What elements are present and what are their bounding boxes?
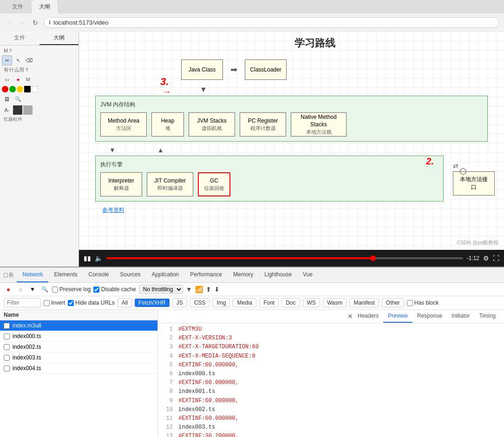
forward-button[interactable]: → xyxy=(18,18,27,27)
color-black[interactable] xyxy=(24,86,31,92)
back-button[interactable]: ← xyxy=(5,18,14,27)
network-row-4[interactable]: index004.ts xyxy=(0,363,157,374)
preserve-log-checkbox[interactable] xyxy=(52,287,58,293)
tab-elements[interactable]: Elements xyxy=(48,267,83,282)
download-icon[interactable]: ⬇ xyxy=(214,286,220,293)
network-row-3[interactable]: index003.ts xyxy=(0,352,157,363)
disable-cache-label[interactable]: Disable cache xyxy=(93,286,136,293)
exec-engine-left: 执行引擎 Interpreter 解释器 JIT Compiler 即时编译器 xyxy=(100,161,439,196)
has-block-label[interactable]: Has block xyxy=(407,300,439,306)
filter-icon-btn[interactable]: ▼ xyxy=(28,285,37,294)
sidebar-tab-file[interactable]: 文件 xyxy=(0,32,39,45)
color-green[interactable] xyxy=(9,86,16,92)
pc-register-box: PC Register 程序计数器 xyxy=(240,112,286,137)
fullscreen-icon[interactable]: ⛶ xyxy=(493,254,499,262)
filter-fetch-xhr[interactable]: Fetch/XHR xyxy=(135,299,170,307)
filter-img[interactable]: Img xyxy=(212,298,230,307)
diagram-wrapper: 学习路线 3. → Java Class ➡ ClassLoader xyxy=(79,32,504,223)
tab-vue[interactable]: Vue xyxy=(297,267,318,282)
font-size-down[interactable]: A- xyxy=(2,105,12,115)
filter-font[interactable]: Font xyxy=(259,298,279,307)
wifi-icon[interactable]: 📶 xyxy=(195,286,203,293)
preview-close-btn[interactable]: ✕ xyxy=(347,313,353,320)
devtools-tabs: □ ⎘ Network Elements Console Sources App… xyxy=(0,267,504,283)
hide-data-urls-label[interactable]: Hide data URLs xyxy=(68,300,115,306)
tab-lighthouse[interactable]: Lighthouse xyxy=(259,267,297,282)
tab-active[interactable]: 大纲 xyxy=(32,0,58,13)
preview-tab-preview[interactable]: Preview xyxy=(383,310,412,323)
network-row-1[interactable]: index000.ts xyxy=(0,331,157,342)
volume-button[interactable]: 🔈 xyxy=(95,254,103,262)
preview-tab-initiator[interactable]: Initiator xyxy=(447,310,474,323)
tool-label-m: M？ xyxy=(4,47,13,54)
filter-media[interactable]: Media xyxy=(233,298,256,307)
cursor-icon[interactable]: ↖ xyxy=(13,55,23,65)
stop-button[interactable]: ○ xyxy=(16,285,25,294)
preview-tab-response[interactable]: Response xyxy=(412,310,447,323)
preview-line: 8index001.ts xyxy=(164,387,498,396)
tab-sources[interactable]: Sources xyxy=(115,267,146,282)
eraser-icon[interactable]: ⌫ xyxy=(24,55,34,65)
search-button[interactable]: 🔍 xyxy=(40,285,49,294)
ref-link[interactable]: 参考资料 xyxy=(102,206,124,214)
settings-icon[interactable]: ⚙ xyxy=(483,254,489,262)
filter-doc[interactable]: Doc xyxy=(281,298,300,307)
filter-css[interactable]: CSS xyxy=(190,298,210,307)
sidebar-tab-outline[interactable]: 大纲 xyxy=(39,32,79,45)
filter-wasm[interactable]: Wasm xyxy=(323,298,347,307)
devtools-icon-inspect[interactable]: □ xyxy=(4,271,7,279)
filter-input[interactable] xyxy=(4,298,41,307)
tab-application[interactable]: Application xyxy=(146,267,185,282)
progress-bar[interactable] xyxy=(106,257,463,259)
row-checkbox-2[interactable] xyxy=(4,344,10,350)
throttling-select[interactable]: No throttling xyxy=(139,285,183,294)
throttle-dropdown-icon[interactable]: ▼ xyxy=(186,286,192,293)
color-box-gray[interactable] xyxy=(23,105,33,115)
row-checkbox-4[interactable] xyxy=(4,365,10,372)
tool-delete[interactable]: 🖼 xyxy=(2,94,12,104)
color-red[interactable] xyxy=(2,86,8,92)
tool-img[interactable]: 🔍 xyxy=(13,94,23,104)
upload-icon[interactable]: ⬆ xyxy=(206,286,211,293)
devtools-icon-device[interactable]: ⎘ xyxy=(9,271,13,279)
row-checkbox-0[interactable] xyxy=(4,323,10,329)
pencil-icon[interactable]: ✏ xyxy=(2,55,12,65)
circle-icon[interactable]: ● xyxy=(13,74,23,85)
has-block-checkbox[interactable] xyxy=(407,300,413,306)
filter-manifest[interactable]: Manifest xyxy=(349,298,379,307)
lock-icon: ℹ xyxy=(49,20,51,26)
tool-label-m2: M xyxy=(26,77,30,82)
video-right-controls: ⚙ ⛶ xyxy=(483,254,499,262)
preview-tab-timing[interactable]: Timing xyxy=(474,310,500,323)
hide-data-urls-checkbox[interactable] xyxy=(68,300,74,306)
play-button[interactable]: ▮▮ xyxy=(84,254,91,262)
tab-console[interactable]: Console xyxy=(83,267,115,282)
filter-ws[interactable]: WS xyxy=(303,298,320,307)
row-checkbox-1[interactable] xyxy=(4,333,10,339)
record-button[interactable]: ● xyxy=(4,285,13,294)
invert-label[interactable]: Invert xyxy=(44,300,65,306)
tab-inactive[interactable]: 文件 xyxy=(5,0,31,13)
network-list-header: Name xyxy=(0,310,157,320)
tab-memory[interactable]: Memory xyxy=(228,267,259,282)
tab-performance[interactable]: Performance xyxy=(184,267,228,282)
network-row-0[interactable]: index.m3u8 xyxy=(0,320,157,331)
rect-icon[interactable]: ▭ xyxy=(2,74,12,85)
color-yellow[interactable] xyxy=(17,86,23,92)
color-box-dark[interactable] xyxy=(13,105,22,115)
network-row-2[interactable]: index002.ts xyxy=(0,342,157,352)
address-bar[interactable]: ℹ localhost:5173/video xyxy=(44,17,499,28)
color-white[interactable] xyxy=(32,86,38,92)
invert-checkbox[interactable] xyxy=(44,300,50,306)
whiteboard: 学习路线 3. → Java Class ➡ ClassLoader xyxy=(79,32,504,267)
refresh-button[interactable]: ↻ xyxy=(31,18,40,27)
filter-js[interactable]: JS xyxy=(172,298,187,307)
preserve-log-label[interactable]: Preserve log xyxy=(52,286,91,293)
row-checkbox-3[interactable] xyxy=(4,355,10,361)
video-time: -1:12 xyxy=(467,255,479,261)
preview-tab-headers[interactable]: Headers xyxy=(353,310,383,323)
disable-cache-checkbox[interactable] xyxy=(93,287,99,293)
filter-other[interactable]: Other xyxy=(382,298,404,307)
filter-all[interactable]: All xyxy=(118,298,132,307)
tab-network[interactable]: Network xyxy=(17,267,48,282)
